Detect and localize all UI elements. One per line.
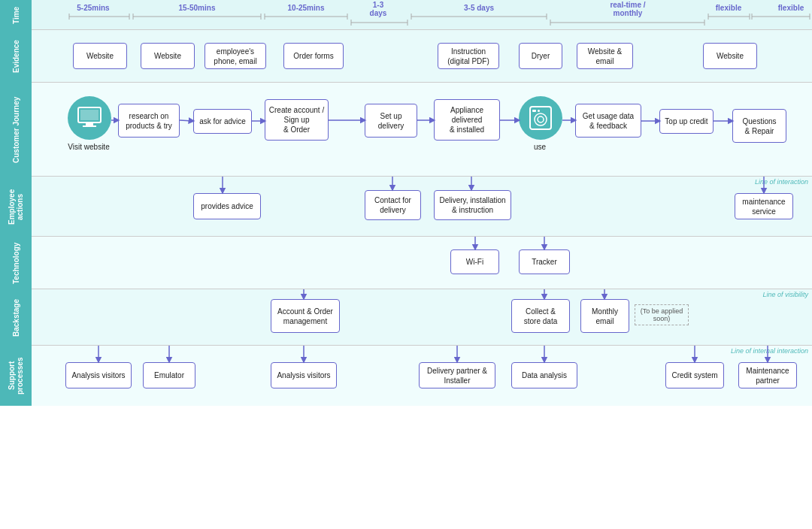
svg-rect-32 [538,110,540,112]
employee-arrows-svg [32,177,812,237]
support-credit-system: Credit system [665,362,724,388]
row-evidence: Website Website employee'sphone, email O… [32,30,812,83]
label-backstage: Backstage [0,289,32,346]
time-label-4: 1-3 [373,1,384,9]
washer-icon [527,104,554,131]
backstage-monthly-email: Monthlyemail [580,299,629,333]
backstage-account-order: Account & Ordermanagement [271,299,340,333]
label-technology: Technology [0,237,32,289]
evidence-website-email: Website &email [577,43,633,69]
evidence-website-3: Website [703,43,757,69]
row-technology: Wi-Fi Tracker [32,237,812,289]
row-time: 5-25mins 15-50mins 10-25mins 1-3 days [32,0,812,30]
evidence-employee-phone: employee'sphone, email [205,43,266,69]
evidence-order-forms: Order forms [283,43,344,69]
support-analysis-2: Analysis visitors [271,362,337,388]
evidence-website-1: Website [73,43,127,69]
time-label-6: real-time / [610,1,645,9]
label-journey: Customer Journey [0,83,32,177]
journey-setup-delivery: Set updelivery [365,104,417,138]
line-of-visibility-label: Line of visibility [762,291,808,298]
support-data-analysis: Data analysis [511,362,577,388]
journey-use-icon [519,96,562,140]
backstage-arrows-svg [32,289,812,346]
label-support: Support processes [0,346,32,406]
journey-get-usage: Get usage data& feedback [575,104,641,138]
evidence-instruction: Instruction(digital PDF) [438,43,499,69]
time-svg: 5-25mins 15-50mins 10-25mins 1-3 days [32,0,812,30]
svg-point-30 [538,116,544,122]
line-of-interaction-label: Line of interaction [755,178,808,186]
svg-rect-26 [83,125,96,127]
line-of-internal-label: Line of internal interaction [731,347,808,355]
evidence-dryer: Dryer [519,43,562,69]
time-label-2: 15-50mins [179,4,216,12]
technology-wifi: Wi-Fi [450,249,499,274]
label-employee: Employee actions [0,177,32,237]
journey-use-label: use [509,143,571,151]
svg-rect-25 [86,122,93,125]
support-delivery-partner: Delivery partner &Installer [419,362,495,388]
support-maintenance-partner: Maintenancepartner [738,362,797,388]
employee-delivery-installation: Delivery, installation& instruction [434,190,511,220]
svg-rect-27 [80,110,98,120]
time-label-4b: days [370,9,387,17]
employee-maintenance: maintenanceservice [735,193,793,219]
journey-ask-advice: ask for advice [193,109,252,134]
time-label-6b: monthly [614,9,643,17]
time-label-3: 10-25mins [288,4,325,12]
backstage-collect-data: Collect &store data [511,299,570,333]
evidence-website-2: Website [141,43,195,69]
backstage-to-be-applied: (To be appliedsoon) [635,304,689,325]
label-evidence: Evidence [0,30,32,83]
employee-contact-delivery: Contact fordelivery [365,190,421,220]
labels-column: Time Evidence Customer Journey Employee … [0,0,32,529]
label-time: Time [0,0,32,30]
journey-research: research onproducts & try [118,104,180,138]
svg-line-34 [180,120,194,121]
journey-visit-label: Visit website [58,143,120,151]
time-label-7: flexible [716,4,742,12]
support-analysis-1: Analysis visitors [65,362,132,388]
time-label-8: flexible [778,4,804,12]
svg-point-29 [535,113,547,125]
row-journey: Visit website research onproducts & try … [32,83,812,177]
time-label-1: 5-25mins [77,4,110,12]
technology-arrows-svg [32,237,812,289]
main-content: 5-25mins 15-50mins 10-25mins 1-3 days [32,0,812,529]
employee-provides-advice: provides advice [193,193,261,219]
journey-top-up: Top up credit [659,109,714,134]
diagram-container: Time Evidence Customer Journey Employee … [0,0,812,529]
row-support: Line of internal interaction Analysis vi… [32,346,812,406]
journey-appliance-delivered: Appliancedelivered& installed [434,99,500,141]
journey-visit-website-icon [68,96,111,140]
row-employee: Line of interaction provides advice Cont… [32,177,812,237]
svg-rect-31 [532,110,536,112]
journey-create-account: Create account /Sign up& Order [265,99,329,141]
journey-questions-repair: Questions& Repair [732,109,786,143]
support-emulator: Emulator [143,362,195,388]
time-label-5: 3-5 days [464,4,494,12]
technology-tracker: Tracker [519,249,570,274]
row-backstage: Line of visibility Account & Ordermanage… [32,289,812,346]
monitor-icon [76,104,103,131]
